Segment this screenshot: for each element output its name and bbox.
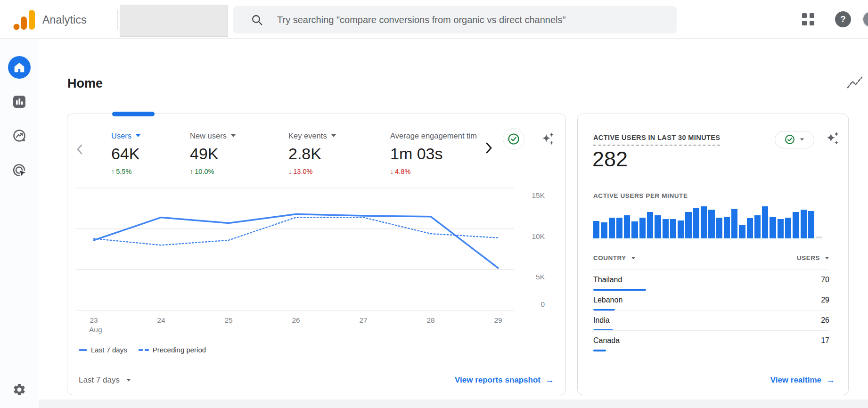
metric-delta: ↑5.5% [111, 168, 190, 175]
brand: Analytics [13, 9, 87, 30]
users-line-chart: 15K10K5K023242526272829Aug [76, 180, 552, 335]
active-metric-tab-indicator [112, 112, 155, 116]
active-users-per-minute-bar-chart [593, 206, 822, 238]
metric-dropdown[interactable]: New users [190, 130, 288, 141]
sidebar-item-admin[interactable] [8, 378, 31, 401]
metric-dropdown[interactable]: Key events [288, 130, 390, 141]
country-table: Thailand70Lebanon29India26Canada17 [593, 269, 829, 351]
country-row: Canada17 [593, 330, 829, 351]
brand-name: Analytics [42, 14, 87, 26]
country-users-value: 70 [821, 276, 829, 284]
metric-dropdown[interactable]: Users [111, 130, 190, 141]
insights-sparkle-icon[interactable] [540, 131, 556, 147]
minute-bar [663, 219, 669, 238]
check-circle-icon [785, 134, 795, 145]
svg-text:Aug: Aug [89, 326, 102, 334]
svg-text:10K: 10K [532, 232, 545, 240]
help-icon[interactable]: ? [835, 11, 851, 27]
country-users-bar [593, 350, 606, 351]
insights-trend-icon[interactable] [846, 75, 863, 92]
metric-value: 2.8K [288, 143, 390, 164]
country-name: Lebanon [593, 296, 622, 304]
minute-bar [631, 221, 638, 238]
apps-grid-icon[interactable] [802, 13, 815, 26]
country-name: India [593, 316, 610, 325]
search-input[interactable] [277, 15, 645, 25]
minute-bar [647, 212, 653, 238]
next-section-edge [39, 400, 868, 408]
insights-sparkle-icon[interactable] [824, 130, 841, 149]
sidebar-item-home[interactable] [8, 56, 31, 79]
data-quality-check-icon[interactable] [503, 128, 524, 150]
active-users-count: 282 [592, 147, 628, 171]
bar-chart-icon [12, 95, 26, 109]
view-realtime-link[interactable]: View realtime → [770, 375, 835, 385]
reports-snapshot-card: Users 64K ↑5.5% New users 49K ↑10.0% Key… [67, 114, 566, 395]
left-nav [0, 39, 39, 408]
minute-bar [724, 217, 730, 238]
country-row: India26 [593, 310, 829, 330]
minute-bar [762, 206, 768, 238]
country-sort-header[interactable]: COUNTRY [593, 254, 636, 261]
chevron-down-icon [800, 139, 804, 141]
country-row: Thailand70 [593, 269, 829, 290]
avatar[interactable] [862, 11, 868, 28]
explore-icon [12, 129, 26, 143]
metrics-scroll-right-chevron-icon[interactable] [483, 141, 494, 156]
view-reports-snapshot-link[interactable]: View reports snapshot → [455, 375, 554, 385]
svg-text:25: 25 [224, 316, 232, 324]
sidebar-item-advertising[interactable] [8, 159, 31, 181]
google-analytics-logo-icon [13, 9, 35, 30]
search-bar[interactable] [233, 6, 677, 33]
top-app-bar: Analytics ? [0, 0, 868, 39]
minute-bar [739, 225, 745, 238]
snapshot-footer: Last 7 days View reports snapshot → [79, 375, 554, 385]
date-range-dropdown[interactable]: Last 7 days [79, 375, 131, 385]
per-minute-label: ACTIVE USERS PER MINUTE [593, 192, 688, 199]
sidebar-item-reports[interactable] [8, 90, 31, 113]
users-sort-header[interactable]: USERS [797, 254, 829, 261]
minute-bar [593, 221, 599, 238]
solid-line-swatch [79, 349, 87, 351]
metric-value: 64K [111, 143, 190, 164]
minute-bar [731, 209, 737, 238]
dashed-line-swatch [139, 349, 149, 351]
data-quality-dropdown[interactable] [775, 131, 814, 148]
search-icon [251, 14, 263, 26]
minute-bar [693, 208, 699, 238]
home-icon [13, 61, 25, 73]
country-users-value: 26 [821, 316, 829, 325]
minute-bar [685, 212, 691, 238]
minute-bar [793, 212, 799, 238]
metric-delta: ↓4.8% [390, 168, 477, 175]
svg-text:0: 0 [540, 300, 545, 308]
minute-bar [678, 220, 684, 238]
metric-new-users: New users 49K ↑10.0% [190, 130, 288, 175]
realtime-title: ACTIVE USERS IN LAST 30 MINUTES [593, 134, 720, 146]
svg-text:26: 26 [292, 316, 300, 324]
metric-dropdown[interactable]: Average engagement time [390, 130, 477, 141]
metrics-scroll-left-chevron-icon[interactable] [75, 143, 85, 157]
country-name: Thailand [593, 276, 622, 284]
series-solid [94, 214, 498, 268]
svg-text:24: 24 [157, 316, 165, 324]
minute-bar [801, 210, 807, 238]
metric-key-events: Key events 2.8K ↓13.0% [288, 130, 390, 175]
minute-bar [708, 210, 714, 238]
advertising-icon [12, 163, 26, 177]
minute-bar [716, 218, 722, 238]
minute-bar [808, 211, 814, 238]
metric-value: 49K [190, 143, 288, 164]
minute-bar [639, 218, 646, 238]
sidebar-item-explore[interactable] [8, 124, 31, 147]
minute-bar [624, 215, 630, 238]
minute-bar [747, 218, 753, 238]
chart-legend: Last 7 days Preceding period [79, 346, 211, 354]
minute-bar [616, 218, 622, 238]
account-property-selector[interactable] [120, 5, 228, 37]
header-divider [117, 9, 118, 30]
minute-bar [670, 219, 676, 238]
minute-bar [770, 217, 776, 238]
gear-icon [12, 383, 26, 397]
minute-bar [655, 215, 661, 238]
